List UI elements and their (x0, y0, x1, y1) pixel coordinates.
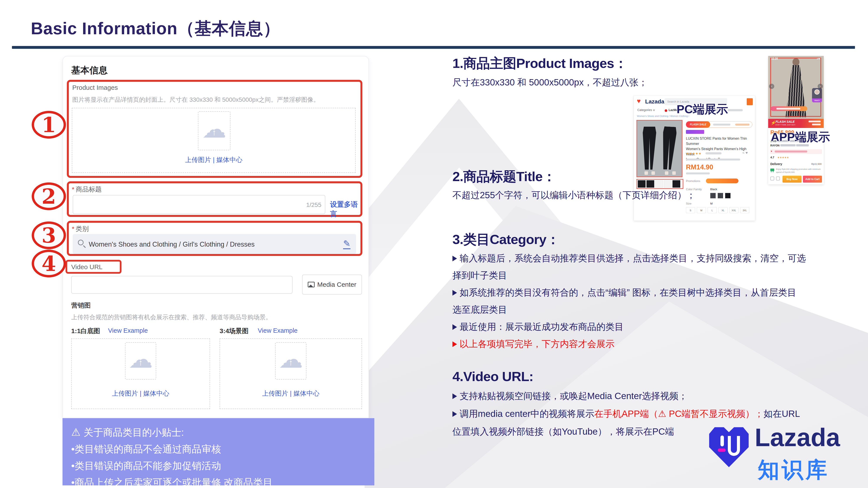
color-swatch (725, 193, 731, 198)
scene-view-example-link[interactable]: View Example (258, 327, 298, 334)
flash-bolt-icon: ⚡ (770, 120, 776, 125)
scene-dropzone[interactable]: ☁ ↑ 上传图片 | 媒体中心 (220, 338, 362, 409)
tips-title: 关于商品类目的小贴士: (84, 427, 184, 438)
page-title: Basic Information（基本信息） (31, 18, 280, 40)
upload-links: 上传图片 | 媒体中心 (72, 156, 355, 164)
size-label: Size (686, 202, 691, 205)
product-price: RM14.90 (686, 163, 713, 171)
promo-text-placeholder (775, 151, 807, 153)
upload-arrow-icon: ↑ (212, 128, 216, 137)
white-bg-view-example-link[interactable]: View Example (108, 327, 148, 334)
image-icon (308, 282, 315, 287)
video-url-input[interactable] (71, 276, 292, 294)
section4-line: 支持粘贴视频空间链接，或唤起Media Center选择视频； (453, 390, 687, 402)
section4-heading: 4.Video URL: (453, 369, 533, 384)
upload-links: 上传图片 | 媒体中心 (72, 389, 210, 398)
shoe (672, 171, 676, 175)
arrow-bullet-icon (453, 324, 457, 330)
meta-placeholder (686, 159, 740, 161)
rating-stars: ★★★★★ (686, 152, 702, 156)
set-multilanguage-link[interactable]: 设置多语言 (330, 200, 361, 219)
title-field-label-text: 商品标题 (76, 186, 102, 193)
carousel-prev-icon: ‹ (769, 84, 774, 89)
bubble-text-placeholder (776, 108, 800, 109)
upload-tile[interactable]: ☁ ↑ (125, 342, 156, 380)
category-select-field[interactable]: Women's Shoes and Clothing / Girl's Clot… (73, 234, 356, 254)
media-center-link[interactable]: 媒体中心 (143, 390, 169, 397)
timer-placeholder (809, 121, 821, 122)
logo-eye-bar (720, 435, 724, 446)
old-price-placeholder (686, 172, 710, 174)
media-center-link[interactable]: 媒体中心 (293, 390, 319, 397)
media-center-link[interactable]: 媒体中心 (216, 156, 242, 163)
section4-line: 调用media center中的视频将展示在手机APP端（⚠ PC端暂不显示视频… (453, 408, 800, 420)
category-field-label: *类别 (72, 225, 89, 233)
search-button (747, 98, 753, 105)
kb-lazada-wordmark: Lazada (755, 423, 840, 452)
flash-sale-banner: FLASH SALE (686, 121, 752, 128)
product-images-dropzone[interactable]: ☁ ↑ 上传图片 | 媒体中心 (72, 108, 356, 173)
color-swatch (710, 193, 716, 198)
shoe (645, 171, 648, 175)
product-images-desc: 图片将显示在产品详情页的封面上。尺寸在 330x330 和 5000x5000p… (72, 96, 319, 104)
pants-photo-right (661, 126, 677, 170)
annotation-box-title: *商品标题 1/255 设置多语言 (67, 181, 362, 217)
app-rating: 4.7 (770, 156, 774, 159)
size-option: L (708, 207, 717, 213)
thumbnail (673, 180, 680, 188)
section3-line: 选至底层类目 (453, 304, 507, 316)
upload-links: 上传图片 | 媒体中心 (220, 389, 362, 398)
upload-image-link[interactable]: 上传图片 (262, 390, 288, 397)
red-warning-text: 在手机APP端（⚠ PC端暂不显示视频）； (594, 409, 764, 419)
white-bg-dropzone[interactable]: ☁ ↑ 上传图片 | 媒体中心 (71, 338, 210, 409)
annotation-box-video-url: Video URL (65, 260, 122, 274)
section3-heading: 3.类目Category： (453, 230, 559, 249)
chat-icon (776, 176, 780, 181)
link-divider: | (290, 390, 292, 397)
annotation-box-product-images: Product Images 图片将显示在产品详情页的封面上。尺寸在 330x3… (67, 80, 362, 178)
size-option: XXL (729, 207, 739, 213)
category-value: Women's Shoes and Clothing / Girl's Clot… (89, 240, 254, 248)
status-time: 15:20 (771, 57, 778, 60)
annotation-box-category: *类别 Women's Shoes and Clothing / Girl's … (67, 221, 362, 256)
app-flash-sale-banner: ⚡ FLASH SALE DON'T THINK JUST BUY! (768, 119, 824, 128)
required-asterisk: * (72, 225, 74, 232)
upload-image-link[interactable]: 上传图片 (112, 390, 138, 397)
section2-heading: 2.商品标题Title： (453, 167, 556, 186)
link-divider: | (213, 156, 215, 163)
media-center-button[interactable]: Media Center (302, 274, 362, 295)
upload-tile[interactable]: ☁ ↑ (198, 111, 230, 150)
upload-arrow-icon: ↑ (289, 357, 293, 367)
warning-icon: ⚠ (71, 426, 81, 438)
pc-demo-label: PC端展示 (677, 101, 728, 117)
search-icon (78, 240, 84, 245)
delivery-label: Delivery (770, 162, 782, 166)
app-rating-stars: ★★★★★ (777, 156, 789, 159)
title-input[interactable]: 1/255 (73, 195, 325, 214)
add-to-cart-button: Add to Cart (803, 176, 822, 183)
share-heart-icons: < ♥ (742, 151, 748, 155)
flash-sale-chip: FLASH SALE (686, 121, 710, 128)
thumbnail (646, 180, 654, 188)
edit-pencil-icon[interactable]: ✎ (343, 239, 350, 249)
badge-pill (686, 130, 704, 134)
size-option: XL (718, 207, 727, 213)
marker-circle-2: 2 (32, 183, 66, 210)
marker-circle-3: 3 (32, 222, 66, 249)
sold-placeholder (735, 124, 749, 126)
size-option: M (697, 207, 706, 213)
app-product-page-screenshot: 15:20 ▴▾■ ‹ › Watch ⚡ FLASH SALE DON'T T… (768, 56, 824, 184)
ratings-count-placeholder (706, 152, 721, 155)
promotion-pill (706, 178, 739, 183)
tips-line: •商品上传之后卖家可逐个或批量修 改商品类目 (71, 474, 366, 488)
lazada-wordmark: Lazada (645, 98, 664, 105)
upload-image-link[interactable]: 上传图片 (185, 156, 211, 163)
nav-placeholder (727, 109, 743, 111)
arrow-bullet-icon (453, 290, 457, 296)
flash-sale-subtitle: DON'T THINK JUST BUY! (776, 124, 796, 126)
upload-tile[interactable]: ☁ ↑ (275, 342, 306, 380)
thumbnail-strip (637, 179, 683, 189)
required-asterisk: * (72, 186, 74, 193)
tips-line: •类目错误的商品不能参加促销活动 (71, 457, 366, 474)
shoes-annotation-box (789, 110, 799, 117)
